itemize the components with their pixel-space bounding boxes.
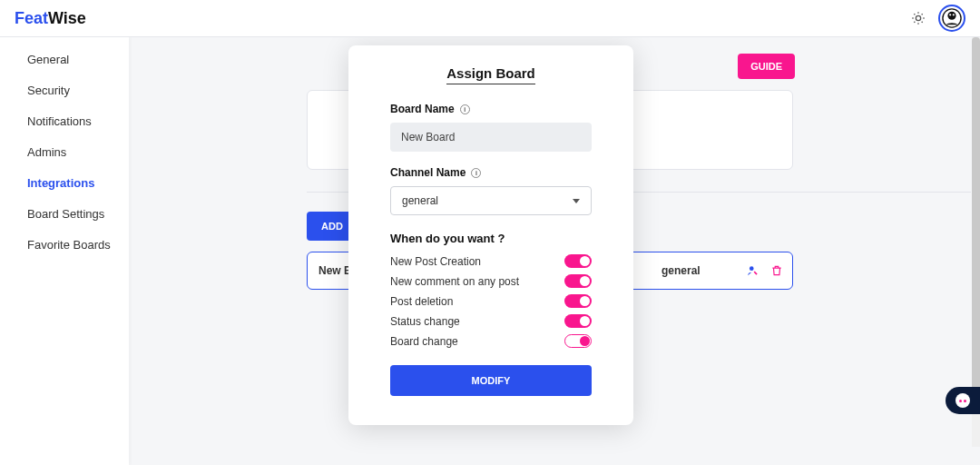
logo-part1: Feat [15,9,48,27]
toggle-new-comment[interactable] [564,274,592,288]
toggle-post-deletion[interactable] [564,294,592,308]
when-question: When do you want ? [390,232,592,245]
board-name-input: New Board [390,123,592,152]
svg-point-13 [750,266,754,271]
svg-point-11 [949,14,951,15]
theme-toggle-icon[interactable] [911,11,926,25]
scrollbar[interactable] [972,37,980,447]
avatar[interactable] [938,5,965,32]
toggle-row-new-post: New Post Creation [390,254,592,268]
board-chip-1-label: New B [318,264,352,277]
logo-part2: Wise [48,9,86,27]
sidebar-item-board-settings[interactable]: Board Settings [0,201,129,228]
board-name-label: Board Name i [390,103,592,115]
chat-widget[interactable] [946,387,980,414]
svg-point-12 [953,14,955,15]
topbar: FeatWise [0,0,980,37]
channel-name-label: Channel Name i [390,166,592,179]
svg-line-7 [914,22,915,23]
channel-chip-actions [747,264,783,277]
svg-point-10 [947,12,956,20]
edit-user-icon[interactable] [747,264,760,277]
toggle-row-post-deletion: Post deletion [390,294,592,308]
sidebar-item-notifications[interactable]: Notifications [0,108,129,135]
sidebar-item-security[interactable]: Security [0,77,129,104]
info-icon[interactable]: i [471,168,481,178]
toggle-row-status-change: Status change [390,314,592,328]
topbar-right [911,5,965,32]
sidebar-item-integrations[interactable]: Integrations [0,170,129,197]
channel-name-select[interactable]: general [390,186,592,215]
toggle-board-change[interactable] [564,334,592,348]
svg-line-8 [922,14,923,15]
sidebar-item-favorite-boards[interactable]: Favorite Boards [0,232,129,259]
svg-point-0 [916,15,920,20]
sidebar-item-general[interactable]: General [0,46,129,74]
trash-icon[interactable] [770,264,783,277]
channel-chip-label: general [662,264,701,277]
chat-icon [956,393,970,408]
toggle-new-post[interactable] [564,254,592,268]
guide-button[interactable]: GUIDE [738,54,795,79]
toggle-row-board-change: Board change [390,334,592,348]
scrollbar-thumb[interactable] [972,37,980,401]
toggle-status-change[interactable] [564,314,592,328]
svg-line-6 [922,22,923,23]
assign-board-modal: Assign Board Board Name i New Board Chan… [348,45,633,425]
content-area: GUIDE ons ? ADD New B general Assign Boa… [129,37,972,465]
modify-button[interactable]: MODIFY [390,365,592,396]
sidebar-item-admins[interactable]: Admins [0,139,129,166]
modal-title: Assign Board [446,65,535,84]
svg-line-5 [914,14,915,15]
logo[interactable]: FeatWise [15,9,86,28]
info-icon[interactable]: i [460,104,470,114]
toggle-row-new-comment: New comment on any post [390,274,592,288]
sidebar: General Security Notifications Admins In… [0,37,129,465]
